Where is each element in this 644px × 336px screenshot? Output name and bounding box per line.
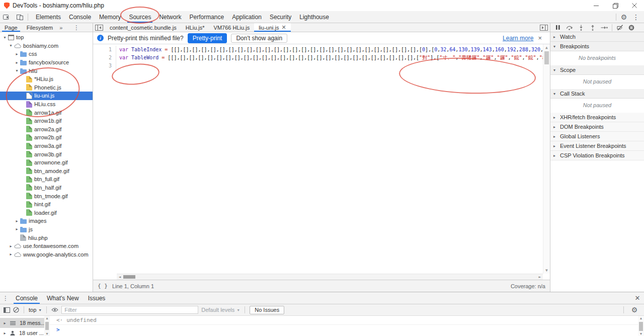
- chevron-expanded-icon[interactable]: ▾: [14, 68, 20, 73]
- editor-vertical-scrollbar[interactable]: ▲▼: [543, 44, 550, 274]
- pause-on-exceptions-button[interactable]: [626, 23, 637, 32]
- tree-item-btn-half-gif[interactable]: btn_half.gif: [0, 184, 93, 192]
- close-tab-icon[interactable]: ✕: [282, 24, 286, 31]
- device-toolbar-button[interactable]: [13, 11, 26, 23]
- tree-item-fancybox-source[interactable]: ▸fancybox/source: [0, 58, 93, 67]
- tree-item-boshiamy-com[interactable]: ▾boshiamy.com: [0, 42, 93, 50]
- console-prompt[interactable]: >: [50, 325, 638, 334]
- scroll-down-icon[interactable]: ▼: [638, 332, 644, 335]
- editor-tab-liu-uni-js[interactable]: liu-uni.js✕: [254, 23, 291, 32]
- tree-item-loader-gif[interactable]: loader.gif: [0, 208, 93, 217]
- tree-item-css[interactable]: ▸css: [0, 50, 93, 58]
- chevron-collapsed-icon[interactable]: ▸: [8, 244, 14, 248]
- settings-gear-icon[interactable]: ⚙: [618, 11, 630, 23]
- infobar-close-icon[interactable]: ×: [538, 34, 542, 42]
- console-settings-gear-icon[interactable]: ⚙: [628, 306, 640, 314]
- more-options-icon[interactable]: ⋮: [630, 11, 642, 23]
- live-expression-button[interactable]: [51, 307, 58, 312]
- tree-item-hliu-css[interactable]: HLiu.css: [0, 100, 93, 109]
- section-breakpoints[interactable]: ▾Breakpoints: [550, 42, 644, 51]
- section-csp-violation-breakpoints[interactable]: ▸CSP Violation Breakpoints: [550, 151, 644, 160]
- section-call-stack[interactable]: ▾Call Stack: [550, 89, 644, 99]
- issues-counter-button[interactable]: No Issues: [250, 306, 284, 314]
- editor-tab-content-cosmetic-bundle-js[interactable]: content_cosmetic.bundle.js: [105, 23, 181, 32]
- close-window-button[interactable]: [625, 0, 644, 11]
- scroll-up-icon[interactable]: ▲: [44, 316, 50, 320]
- tab-sources[interactable]: Sources: [125, 11, 155, 23]
- tab-lighthouse[interactable]: Lighthouse: [295, 11, 333, 23]
- scroll-left-icon[interactable]: ◄: [117, 274, 123, 280]
- scrollbar-thumb[interactable]: [639, 322, 643, 331]
- tab-application[interactable]: Application: [228, 11, 266, 23]
- tree-item-btn-tmode-gif[interactable]: btn_tmode.gif: [0, 192, 93, 200]
- drawer-tab-issues[interactable]: Issues: [84, 292, 110, 304]
- minimize-button[interactable]: [587, 0, 606, 11]
- drawer-menu-icon[interactable]: ⋮: [0, 295, 11, 302]
- log-levels-select[interactable]: Default levels ▼: [201, 307, 240, 313]
- tree-item-hint-gif[interactable]: hint.gif: [0, 200, 93, 209]
- tree-item-phonetic-js[interactable]: Phonetic.js: [0, 83, 93, 92]
- pause-script-button[interactable]: [552, 23, 564, 32]
- tree-item-btn-full-gif[interactable]: btn_full.gif: [0, 175, 93, 184]
- chevron-collapsed-icon[interactable]: ▸: [14, 52, 20, 56]
- tab-network[interactable]: Network: [155, 11, 185, 23]
- pretty-print-toggle-icon[interactable]: { }: [98, 283, 108, 289]
- tab-security[interactable]: Security: [266, 11, 295, 23]
- chevron-collapsed-icon[interactable]: ▸: [14, 219, 20, 223]
- step-out-button[interactable]: [587, 23, 598, 32]
- section-event-listener-breakpoints[interactable]: ▸Event Listener Breakpoints: [550, 141, 644, 151]
- section-global-listeners[interactable]: ▸Global Listeners: [550, 132, 644, 141]
- deactivate-breakpoints-button[interactable]: [614, 23, 625, 32]
- navigator-more-menu-icon[interactable]: ⋮: [73, 23, 79, 32]
- tree-item-www-google-analytics-com[interactable]: ▸www.google-analytics.com: [0, 250, 93, 259]
- scroll-right-icon[interactable]: ►: [537, 274, 543, 280]
- chevron-expanded-icon[interactable]: ▾: [2, 35, 8, 40]
- tree-item-arrow3b-gif[interactable]: arrow3b.gif: [0, 150, 93, 158]
- tree-item-hliu-js[interactable]: *HLiu.js: [0, 75, 93, 83]
- drawer-close-icon[interactable]: ✕: [631, 294, 644, 302]
- tree-item-arrownone-gif[interactable]: arrownone.gif: [0, 158, 93, 167]
- tree-item-arrow3a-gif[interactable]: arrow3a.gif: [0, 142, 93, 150]
- step-button[interactable]: [599, 23, 610, 32]
- chevron-collapsed-icon[interactable]: ▸: [2, 321, 8, 325]
- dont-show-again-button[interactable]: Don't show again: [231, 34, 287, 43]
- tree-item-arrow2a-gif[interactable]: arrow2a.gif: [0, 125, 93, 134]
- section-watch[interactable]: ▸Watch: [550, 32, 644, 42]
- clear-console-button[interactable]: [13, 307, 19, 313]
- editor-tab-hliu-js[interactable]: HLiu.js*: [181, 23, 209, 32]
- restore-button[interactable]: [606, 0, 625, 11]
- pretty-print-button[interactable]: Pretty-print: [188, 33, 227, 43]
- chevron-expanded-icon[interactable]: ▾: [8, 43, 14, 48]
- navigator-overflow-chevron[interactable]: »: [57, 23, 64, 32]
- inspect-button[interactable]: [0, 11, 13, 23]
- console-sidebar-scrollbar[interactable]: ▲ ▼: [44, 316, 50, 336]
- tree-item-js[interactable]: ▸js: [0, 225, 93, 234]
- scroll-up-icon[interactable]: ▲: [638, 316, 644, 320]
- tab-console[interactable]: Console: [65, 11, 95, 23]
- tree-item-arrow1b-gif[interactable]: arrow1b.gif: [0, 117, 93, 125]
- tree-item-hliu-php[interactable]: hliu.php: [0, 233, 93, 242]
- tree-item-btn-amode-gif[interactable]: btn_amode.gif: [0, 167, 93, 176]
- tree-item-top[interactable]: ▾top: [0, 33, 93, 42]
- drawer-tab-console[interactable]: Console: [11, 292, 42, 304]
- chevron-collapsed-icon[interactable]: ▸: [14, 60, 20, 65]
- tree-item-use-fontawesome-com[interactable]: ▸use.fontawesome.com: [0, 242, 93, 250]
- scrollbar-thumb[interactable]: [544, 51, 549, 64]
- console-sidebar-toggle-button[interactable]: [4, 307, 10, 313]
- javascript-context-select[interactable]: top ▼: [29, 307, 42, 313]
- editor-horizontal-scrollbar[interactable]: ◄►: [117, 274, 543, 280]
- scroll-down-icon[interactable]: ▼: [44, 332, 50, 335]
- drawer-tab-what-s-new[interactable]: What's New: [42, 292, 84, 304]
- tab-elements[interactable]: Elements: [32, 11, 65, 23]
- chevron-collapsed-icon[interactable]: ▸: [2, 331, 8, 335]
- tab-performance[interactable]: Performance: [185, 11, 228, 23]
- navigator-tab-filesystem[interactable]: Filesystem: [22, 23, 58, 32]
- console-sidebar-item-18-mess[interactable]: ▸18 mess...: [0, 318, 44, 328]
- tree-item-hliu[interactable]: ▾hliu: [0, 66, 93, 75]
- step-over-button[interactable]: [564, 23, 575, 32]
- step-into-button[interactable]: [576, 23, 587, 32]
- toggle-navigator-button[interactable]: [93, 23, 105, 32]
- navigator-tab-page[interactable]: Page: [0, 23, 22, 32]
- code-editor[interactable]: 1var TableIndex = [[],[],[],[],[],[],[],…: [93, 44, 550, 280]
- chevron-collapsed-icon[interactable]: ▸: [14, 227, 20, 231]
